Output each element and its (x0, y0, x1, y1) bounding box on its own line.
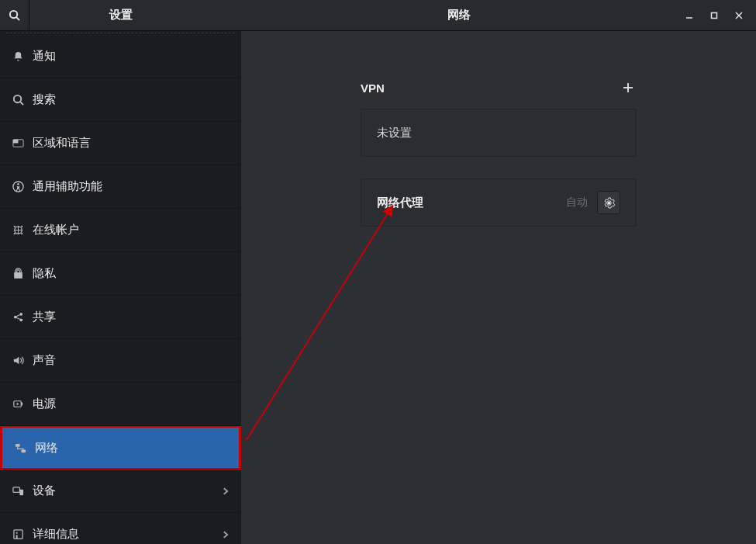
svg-point-13 (13, 233, 15, 234)
accessibility-icon (11, 180, 25, 194)
minimize-button[interactable] (677, 3, 702, 28)
sidebar-item-label: 通用辅助功能 (33, 179, 102, 194)
sidebar-item-label: 电源 (33, 397, 56, 411)
svg-line-1 (16, 17, 19, 20)
sidebar-item-sound[interactable]: 声音 (0, 339, 241, 383)
svg-point-12 (21, 226, 22, 227)
svg-rect-22 (15, 443, 19, 446)
sound-icon (11, 354, 25, 368)
flag-icon (11, 137, 25, 151)
proxy-heading: 网络代理 (377, 196, 423, 210)
proxy-row[interactable]: 网络代理 自动 (361, 179, 636, 226)
content-area: VPN 未设置 网络代理 自动 (241, 31, 756, 544)
sidebar-item-sharing[interactable]: 共享 (0, 296, 241, 339)
sidebar-item-notifications[interactable]: 通知 (0, 35, 241, 78)
svg-point-14 (21, 233, 22, 234)
sidebar-item-label: 详细信息 (33, 527, 79, 542)
chevron-right-icon (221, 530, 230, 539)
gear-icon (603, 197, 615, 209)
svg-point-35 (607, 201, 610, 204)
sidebar-item-online-accounts[interactable]: 在线帐户 (0, 209, 241, 252)
svg-rect-28 (16, 535, 17, 539)
power-icon (11, 397, 25, 411)
sidebar: 设置 通知 搜索 区域和语言 (0, 0, 241, 544)
svg-point-7 (17, 183, 19, 185)
sidebar-item-label: 通知 (33, 49, 56, 64)
search-icon (9, 9, 20, 21)
sidebar-item-label: 共享 (33, 310, 56, 324)
window-controls (677, 3, 756, 28)
sidebar-item-region-language[interactable]: 区域和语言 (0, 122, 241, 165)
sidebar-item-details[interactable]: 详细信息 (0, 513, 241, 544)
sidebar-list: 通知 搜索 区域和语言 通用辅助功能 (0, 31, 241, 544)
svg-rect-24 (12, 487, 19, 493)
main-panel: 网络 VPN (241, 0, 756, 544)
sidebar-item-power[interactable]: 电源 (0, 383, 241, 426)
sidebar-item-label: 设备 (33, 483, 56, 498)
add-vpn-button[interactable] (620, 79, 637, 96)
sidebar-item-label: 区域和语言 (33, 136, 91, 151)
online-accounts-icon (11, 223, 25, 237)
svg-line-3 (20, 102, 23, 105)
sidebar-item-label: 隐私 (33, 266, 56, 281)
proxy-section: 网络代理 自动 (361, 178, 637, 227)
sidebar-item-label: 在线帐户 (33, 223, 79, 237)
maximize-button[interactable] (702, 3, 727, 28)
vpn-heading: VPN (361, 81, 385, 95)
close-button[interactable] (727, 3, 751, 28)
svg-rect-26 (13, 530, 22, 539)
vpn-section-header: VPN (361, 79, 637, 96)
vpn-section: VPN 未设置 (361, 79, 637, 157)
sidebar-item-accessibility[interactable]: 通用辅助功能 (0, 165, 241, 209)
svg-rect-21 (21, 403, 22, 406)
sidebar-item-network[interactable]: 网络 (0, 426, 241, 470)
network-icon (13, 441, 27, 455)
sidebar-item-devices[interactable]: 设备 (0, 470, 241, 513)
svg-point-2 (13, 95, 20, 102)
svg-point-0 (10, 11, 17, 18)
vpn-empty-row: 未设置 (361, 109, 636, 156)
sidebar-item-label: 声音 (33, 353, 56, 368)
bell-icon (11, 50, 25, 64)
svg-point-11 (13, 226, 15, 227)
proxy-status: 自动 (566, 196, 588, 210)
svg-line-19 (16, 317, 20, 319)
svg-rect-27 (16, 532, 17, 534)
svg-rect-23 (21, 449, 26, 452)
devices-icon (11, 484, 25, 498)
main-header: 网络 (241, 0, 756, 31)
vpn-card: 未设置 (361, 109, 637, 157)
privacy-icon (11, 267, 25, 281)
sidebar-item-label: 网络 (35, 441, 58, 456)
proxy-card: 网络代理 自动 (361, 178, 637, 227)
share-icon (11, 310, 25, 324)
proxy-settings-button[interactable] (597, 191, 620, 214)
svg-rect-25 (19, 490, 23, 496)
page-title: 网络 (241, 8, 677, 23)
chevron-right-icon (221, 487, 230, 496)
sidebar-item-search[interactable]: 搜索 (0, 78, 241, 122)
search-icon (11, 93, 25, 107)
vpn-empty-text: 未设置 (377, 126, 412, 140)
sidebar-search-button[interactable] (0, 0, 29, 31)
svg-rect-30 (712, 12, 717, 18)
details-icon (11, 528, 25, 542)
svg-rect-5 (12, 140, 18, 144)
sidebar-item-privacy[interactable]: 隐私 (0, 252, 241, 296)
sidebar-item-label: 搜索 (33, 92, 56, 107)
separator (6, 33, 235, 33)
sidebar-title: 设置 (29, 8, 241, 23)
svg-line-18 (16, 315, 20, 317)
sidebar-header: 设置 (0, 0, 241, 31)
